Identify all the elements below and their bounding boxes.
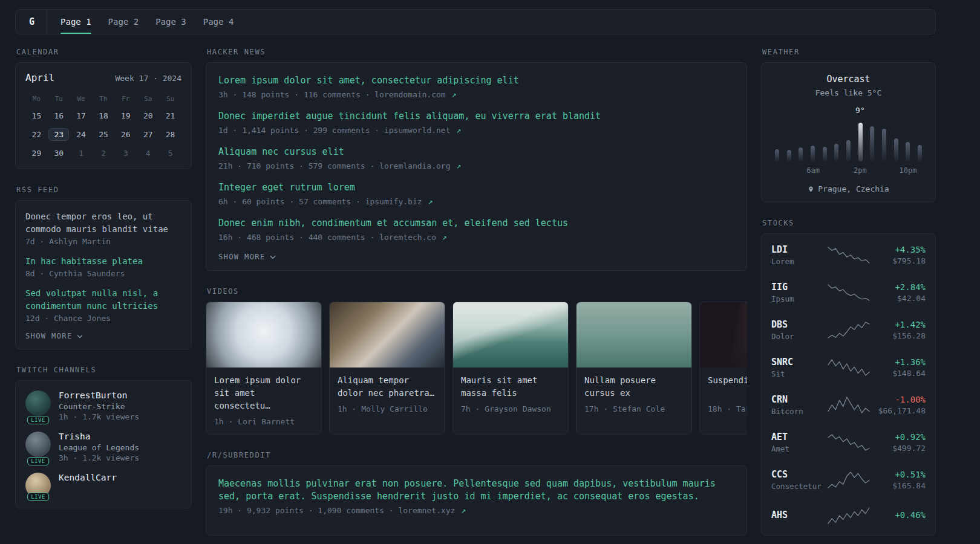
weather-bar bbox=[894, 138, 898, 161]
videos-row: Lorem ipsum dolor sit amet consectetu… 1… bbox=[206, 302, 747, 435]
news-item-link[interactable]: Lorem ipsum dolor sit amet, consectetur … bbox=[218, 74, 734, 87]
external-link-icon[interactable]: ↗ bbox=[442, 233, 447, 242]
news-meta-text: 1d · 1,414 points · 299 comments · ipsum… bbox=[218, 126, 451, 135]
stock-symbol-link[interactable]: DBS bbox=[771, 319, 827, 330]
stock-row: DBSDolor +1.42%$156.28 bbox=[771, 311, 926, 349]
channel-name-link[interactable]: KendallCarr bbox=[59, 473, 117, 482]
calendar-selected-day-label: 23 bbox=[48, 128, 69, 141]
weather-bar bbox=[787, 150, 791, 161]
top-navigation-bar: G Page 1 Page 2 Page 3 Page 4 bbox=[15, 9, 936, 34]
stock-sparkline-chart bbox=[828, 246, 870, 264]
external-link-icon[interactable]: ↗ bbox=[456, 126, 461, 135]
calendar-day[interactable]: 21 bbox=[159, 106, 181, 125]
chevron-down-icon bbox=[77, 334, 83, 338]
stock-sparkline-chart bbox=[828, 396, 870, 414]
calendar-day-next-month[interactable]: 3 bbox=[114, 144, 137, 163]
video-card[interactable]: Suspendisse diam 18h · Tara bbox=[699, 302, 747, 435]
post-meta-text: 19h · 9,932 points · 1,090 comments · lo… bbox=[218, 506, 455, 515]
stocks-widget: STOCKS LDILorem +4.35%$795.18 IIGIpsum +… bbox=[761, 219, 936, 536]
channel-name-link[interactable]: Trisha bbox=[59, 432, 139, 441]
weather-bar bbox=[823, 147, 827, 161]
calendar-day[interactable]: 20 bbox=[137, 106, 159, 125]
stock-sparkline-chart bbox=[828, 283, 870, 302]
calendar-day-header: Su bbox=[159, 91, 181, 106]
stock-name: Sit bbox=[771, 369, 827, 378]
news-meta-text: 6h · 60 points · 57 comments · ipsumify.… bbox=[218, 197, 422, 206]
calendar-day[interactable]: 28 bbox=[159, 125, 181, 144]
weather-bar bbox=[799, 147, 803, 161]
post-meta: 19h · 9,932 points · 1,090 comments · lo… bbox=[218, 506, 734, 515]
video-card[interactable]: Mauris sit amet massa felis 7h · Grayson… bbox=[452, 302, 569, 435]
calendar-day-next-month[interactable]: 4 bbox=[137, 144, 159, 163]
calendar-day[interactable]: 27 bbox=[137, 125, 159, 144]
calendar-day[interactable]: 15 bbox=[25, 106, 48, 125]
weather-section-title: WEATHER bbox=[762, 48, 936, 56]
video-card[interactable]: Nullam posuere cursus ex 17h · Stefan Co… bbox=[576, 302, 692, 435]
rss-show-more-button[interactable]: SHOW MORE bbox=[25, 332, 181, 340]
rss-item-link[interactable]: Sed volutpat nulla nisl, a condimentum n… bbox=[25, 287, 181, 312]
calendar-day[interactable]: 19 bbox=[114, 106, 137, 125]
hackernews-show-more-button[interactable]: SHOW MORE bbox=[218, 253, 734, 261]
channel-avatar[interactable]: LIVE bbox=[25, 390, 51, 421]
calendar-day[interactable]: 24 bbox=[70, 125, 93, 144]
chevron-down-icon bbox=[270, 255, 276, 259]
stock-name: Consectetur bbox=[771, 482, 827, 491]
video-card[interactable]: Aliquam tempor dolor nec pharetra… 1h · … bbox=[329, 302, 445, 435]
news-item-link[interactable]: Integer eget rutrum lorem bbox=[218, 181, 734, 194]
external-link-icon[interactable]: ↗ bbox=[452, 90, 457, 99]
weather-time-axis: 6am 2pm 10pm bbox=[775, 166, 922, 177]
news-item: Integer eget rutrum lorem 6h · 60 points… bbox=[218, 181, 734, 206]
stock-symbol-link[interactable]: IIG bbox=[771, 282, 827, 293]
video-card[interactable]: Lorem ipsum dolor sit amet consectetu… 1… bbox=[206, 302, 322, 435]
stock-symbol-link[interactable]: AHS bbox=[771, 510, 827, 520]
news-item-link[interactable]: Donec imperdiet augue tincidunt felis al… bbox=[218, 110, 734, 123]
post-item: Maecenas mollis pulvinar erat non posuer… bbox=[218, 478, 734, 515]
video-meta: 17h · Stefan Cole bbox=[584, 404, 684, 413]
rss-item-link[interactable]: In hac habitasse platea bbox=[25, 255, 181, 268]
weather-time-label: 2pm bbox=[854, 166, 867, 175]
news-item-link[interactable]: Donec enim nibh, condimentum et accumsan… bbox=[218, 217, 734, 230]
calendar-day[interactable]: 17 bbox=[70, 106, 93, 125]
calendar-day-next-month[interactable]: 5 bbox=[159, 144, 181, 163]
video-title: Suspendisse diam bbox=[708, 374, 747, 400]
calendar-day-next-month[interactable]: 2 bbox=[93, 144, 115, 163]
channel-avatar[interactable]: LIVE bbox=[25, 473, 51, 498]
weather-bars bbox=[775, 123, 922, 161]
news-item-meta: 6h · 60 points · 57 comments · ipsumify.… bbox=[218, 197, 734, 206]
calendar-day[interactable]: 25 bbox=[93, 125, 115, 144]
app-logo[interactable]: G bbox=[27, 10, 47, 34]
tab-page-4[interactable]: Page 4 bbox=[203, 10, 234, 34]
stock-symbol-link[interactable]: LDI bbox=[771, 244, 827, 255]
calendar-day[interactable]: 30 bbox=[48, 144, 70, 163]
stock-symbol-link[interactable]: SNRC bbox=[771, 357, 827, 368]
calendar-day[interactable]: 18 bbox=[93, 106, 115, 125]
external-link-icon[interactable]: ↗ bbox=[428, 197, 433, 206]
news-meta-text: 21h · 710 points · 579 comments · loreml… bbox=[218, 161, 451, 170]
stock-symbol-link[interactable]: CCS bbox=[771, 469, 827, 480]
calendar-day[interactable]: 26 bbox=[114, 125, 137, 144]
weather-bar bbox=[906, 142, 910, 161]
tab-page-3[interactable]: Page 3 bbox=[155, 10, 186, 34]
stocks-section-title: STOCKS bbox=[762, 219, 936, 227]
hackernews-section-title: HACKER NEWS bbox=[207, 48, 747, 56]
tab-page-2[interactable]: Page 2 bbox=[108, 10, 139, 34]
calendar-day[interactable]: 22 bbox=[25, 125, 48, 144]
stock-symbol-link[interactable]: AET bbox=[771, 432, 827, 442]
tab-page-1[interactable]: Page 1 bbox=[60, 10, 91, 34]
calendar-day-selected[interactable]: 23 bbox=[48, 125, 70, 144]
channel-avatar[interactable]: LIVE bbox=[25, 432, 51, 462]
external-link-icon[interactable]: ↗ bbox=[456, 161, 461, 170]
calendar-section-title: CALENDAR bbox=[16, 48, 192, 56]
news-item-link[interactable]: Aliquam nec cursus elit bbox=[218, 146, 734, 158]
stock-change-percent: +4.35% bbox=[870, 245, 926, 254]
channel-name-link[interactable]: ForrestBurton bbox=[59, 390, 139, 400]
calendar-day-next-month[interactable]: 1 bbox=[70, 144, 93, 163]
rss-item-link[interactable]: Donec tempor eros leo, ut commodo mauris… bbox=[25, 210, 181, 236]
external-link-icon[interactable]: ↗ bbox=[461, 506, 466, 515]
twitch-section-title: TWITCH CHANNELS bbox=[16, 366, 192, 374]
post-link[interactable]: Maecenas mollis pulvinar erat non posuer… bbox=[218, 478, 734, 503]
calendar-day[interactable]: 16 bbox=[48, 106, 70, 125]
calendar-day[interactable]: 29 bbox=[25, 144, 48, 163]
weather-location-label: Prague, Czechia bbox=[818, 184, 889, 193]
stock-symbol-link[interactable]: CRN bbox=[771, 394, 827, 405]
